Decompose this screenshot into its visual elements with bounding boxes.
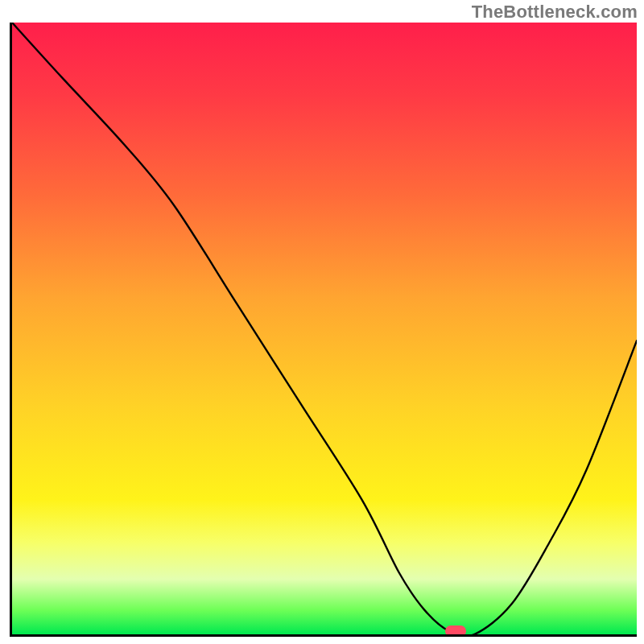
watermark-text: TheBottleneck.com (472, 2, 638, 23)
chart-frame: TheBottleneck.com (0, 0, 644, 644)
bottleneck-curve (12, 23, 637, 634)
plot-area (10, 23, 637, 637)
optimal-point-marker (445, 625, 466, 637)
